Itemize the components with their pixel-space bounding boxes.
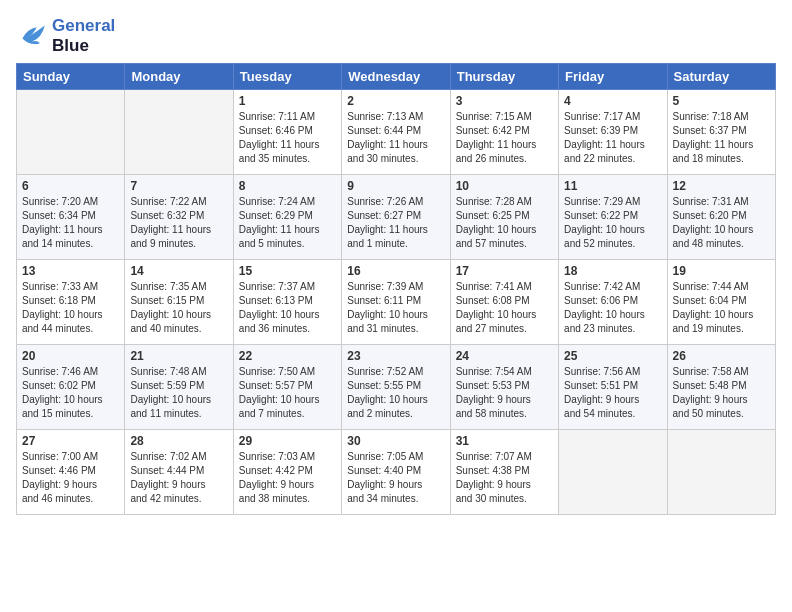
calendar-cell: 7Sunrise: 7:22 AM Sunset: 6:32 PM Daylig… <box>125 175 233 260</box>
calendar-cell: 15Sunrise: 7:37 AM Sunset: 6:13 PM Dayli… <box>233 260 341 345</box>
calendar-cell: 29Sunrise: 7:03 AM Sunset: 4:42 PM Dayli… <box>233 430 341 515</box>
day-number: 22 <box>239 349 336 363</box>
calendar-cell: 6Sunrise: 7:20 AM Sunset: 6:34 PM Daylig… <box>17 175 125 260</box>
calendar-cell: 22Sunrise: 7:50 AM Sunset: 5:57 PM Dayli… <box>233 345 341 430</box>
logo: General Blue <box>16 16 115 55</box>
day-info: Sunrise: 7:37 AM Sunset: 6:13 PM Dayligh… <box>239 280 336 336</box>
calendar-cell: 20Sunrise: 7:46 AM Sunset: 6:02 PM Dayli… <box>17 345 125 430</box>
day-info: Sunrise: 7:13 AM Sunset: 6:44 PM Dayligh… <box>347 110 444 166</box>
day-info: Sunrise: 7:02 AM Sunset: 4:44 PM Dayligh… <box>130 450 227 506</box>
calendar-header-tuesday: Tuesday <box>233 64 341 90</box>
day-number: 1 <box>239 94 336 108</box>
day-info: Sunrise: 7:05 AM Sunset: 4:40 PM Dayligh… <box>347 450 444 506</box>
day-number: 4 <box>564 94 661 108</box>
calendar-cell: 25Sunrise: 7:56 AM Sunset: 5:51 PM Dayli… <box>559 345 667 430</box>
day-info: Sunrise: 7:20 AM Sunset: 6:34 PM Dayligh… <box>22 195 119 251</box>
calendar-cell: 2Sunrise: 7:13 AM Sunset: 6:44 PM Daylig… <box>342 90 450 175</box>
calendar-header-row: SundayMondayTuesdayWednesdayThursdayFrid… <box>17 64 776 90</box>
calendar-cell: 30Sunrise: 7:05 AM Sunset: 4:40 PM Dayli… <box>342 430 450 515</box>
day-number: 17 <box>456 264 553 278</box>
calendar-table: SundayMondayTuesdayWednesdayThursdayFrid… <box>16 63 776 515</box>
day-number: 8 <box>239 179 336 193</box>
calendar-header-wednesday: Wednesday <box>342 64 450 90</box>
day-info: Sunrise: 7:58 AM Sunset: 5:48 PM Dayligh… <box>673 365 770 421</box>
calendar-week-row: 13Sunrise: 7:33 AM Sunset: 6:18 PM Dayli… <box>17 260 776 345</box>
day-info: Sunrise: 7:50 AM Sunset: 5:57 PM Dayligh… <box>239 365 336 421</box>
calendar-cell: 8Sunrise: 7:24 AM Sunset: 6:29 PM Daylig… <box>233 175 341 260</box>
day-info: Sunrise: 7:33 AM Sunset: 6:18 PM Dayligh… <box>22 280 119 336</box>
day-number: 28 <box>130 434 227 448</box>
calendar-header-friday: Friday <box>559 64 667 90</box>
calendar-cell: 9Sunrise: 7:26 AM Sunset: 6:27 PM Daylig… <box>342 175 450 260</box>
day-number: 30 <box>347 434 444 448</box>
day-info: Sunrise: 7:18 AM Sunset: 6:37 PM Dayligh… <box>673 110 770 166</box>
calendar-week-row: 27Sunrise: 7:00 AM Sunset: 4:46 PM Dayli… <box>17 430 776 515</box>
day-number: 13 <box>22 264 119 278</box>
calendar-header-saturday: Saturday <box>667 64 775 90</box>
calendar-week-row: 6Sunrise: 7:20 AM Sunset: 6:34 PM Daylig… <box>17 175 776 260</box>
day-info: Sunrise: 7:24 AM Sunset: 6:29 PM Dayligh… <box>239 195 336 251</box>
calendar-cell: 11Sunrise: 7:29 AM Sunset: 6:22 PM Dayli… <box>559 175 667 260</box>
day-number: 12 <box>673 179 770 193</box>
logo-bird-icon <box>16 22 48 50</box>
day-info: Sunrise: 7:26 AM Sunset: 6:27 PM Dayligh… <box>347 195 444 251</box>
calendar-cell: 18Sunrise: 7:42 AM Sunset: 6:06 PM Dayli… <box>559 260 667 345</box>
calendar-cell: 12Sunrise: 7:31 AM Sunset: 6:20 PM Dayli… <box>667 175 775 260</box>
calendar-cell <box>559 430 667 515</box>
calendar-cell: 27Sunrise: 7:00 AM Sunset: 4:46 PM Dayli… <box>17 430 125 515</box>
calendar-cell: 14Sunrise: 7:35 AM Sunset: 6:15 PM Dayli… <box>125 260 233 345</box>
day-info: Sunrise: 7:22 AM Sunset: 6:32 PM Dayligh… <box>130 195 227 251</box>
logo-text: General <box>52 16 115 36</box>
calendar-header-monday: Monday <box>125 64 233 90</box>
day-number: 29 <box>239 434 336 448</box>
calendar-cell <box>125 90 233 175</box>
day-number: 9 <box>347 179 444 193</box>
day-number: 10 <box>456 179 553 193</box>
day-number: 27 <box>22 434 119 448</box>
day-info: Sunrise: 7:15 AM Sunset: 6:42 PM Dayligh… <box>456 110 553 166</box>
day-number: 25 <box>564 349 661 363</box>
day-info: Sunrise: 7:44 AM Sunset: 6:04 PM Dayligh… <box>673 280 770 336</box>
day-number: 21 <box>130 349 227 363</box>
day-info: Sunrise: 7:03 AM Sunset: 4:42 PM Dayligh… <box>239 450 336 506</box>
day-info: Sunrise: 7:28 AM Sunset: 6:25 PM Dayligh… <box>456 195 553 251</box>
logo-text2: Blue <box>52 36 115 56</box>
day-number: 20 <box>22 349 119 363</box>
day-number: 23 <box>347 349 444 363</box>
day-number: 14 <box>130 264 227 278</box>
day-info: Sunrise: 7:00 AM Sunset: 4:46 PM Dayligh… <box>22 450 119 506</box>
day-info: Sunrise: 7:52 AM Sunset: 5:55 PM Dayligh… <box>347 365 444 421</box>
calendar-cell: 13Sunrise: 7:33 AM Sunset: 6:18 PM Dayli… <box>17 260 125 345</box>
page-header: General Blue <box>16 16 776 55</box>
calendar-cell: 19Sunrise: 7:44 AM Sunset: 6:04 PM Dayli… <box>667 260 775 345</box>
calendar-cell: 26Sunrise: 7:58 AM Sunset: 5:48 PM Dayli… <box>667 345 775 430</box>
day-info: Sunrise: 7:11 AM Sunset: 6:46 PM Dayligh… <box>239 110 336 166</box>
day-info: Sunrise: 7:17 AM Sunset: 6:39 PM Dayligh… <box>564 110 661 166</box>
calendar-cell: 17Sunrise: 7:41 AM Sunset: 6:08 PM Dayli… <box>450 260 558 345</box>
day-number: 31 <box>456 434 553 448</box>
calendar-cell: 31Sunrise: 7:07 AM Sunset: 4:38 PM Dayli… <box>450 430 558 515</box>
calendar-cell: 23Sunrise: 7:52 AM Sunset: 5:55 PM Dayli… <box>342 345 450 430</box>
day-number: 19 <box>673 264 770 278</box>
calendar-cell: 21Sunrise: 7:48 AM Sunset: 5:59 PM Dayli… <box>125 345 233 430</box>
calendar-week-row: 1Sunrise: 7:11 AM Sunset: 6:46 PM Daylig… <box>17 90 776 175</box>
day-number: 26 <box>673 349 770 363</box>
calendar-cell: 16Sunrise: 7:39 AM Sunset: 6:11 PM Dayli… <box>342 260 450 345</box>
day-info: Sunrise: 7:29 AM Sunset: 6:22 PM Dayligh… <box>564 195 661 251</box>
calendar-cell: 28Sunrise: 7:02 AM Sunset: 4:44 PM Dayli… <box>125 430 233 515</box>
day-number: 2 <box>347 94 444 108</box>
calendar-header-thursday: Thursday <box>450 64 558 90</box>
day-info: Sunrise: 7:35 AM Sunset: 6:15 PM Dayligh… <box>130 280 227 336</box>
calendar-cell: 1Sunrise: 7:11 AM Sunset: 6:46 PM Daylig… <box>233 90 341 175</box>
day-number: 6 <box>22 179 119 193</box>
calendar-cell: 24Sunrise: 7:54 AM Sunset: 5:53 PM Dayli… <box>450 345 558 430</box>
day-number: 15 <box>239 264 336 278</box>
calendar-cell <box>667 430 775 515</box>
day-info: Sunrise: 7:56 AM Sunset: 5:51 PM Dayligh… <box>564 365 661 421</box>
calendar-cell: 10Sunrise: 7:28 AM Sunset: 6:25 PM Dayli… <box>450 175 558 260</box>
calendar-header-sunday: Sunday <box>17 64 125 90</box>
calendar-week-row: 20Sunrise: 7:46 AM Sunset: 6:02 PM Dayli… <box>17 345 776 430</box>
day-info: Sunrise: 7:41 AM Sunset: 6:08 PM Dayligh… <box>456 280 553 336</box>
day-number: 7 <box>130 179 227 193</box>
day-info: Sunrise: 7:31 AM Sunset: 6:20 PM Dayligh… <box>673 195 770 251</box>
